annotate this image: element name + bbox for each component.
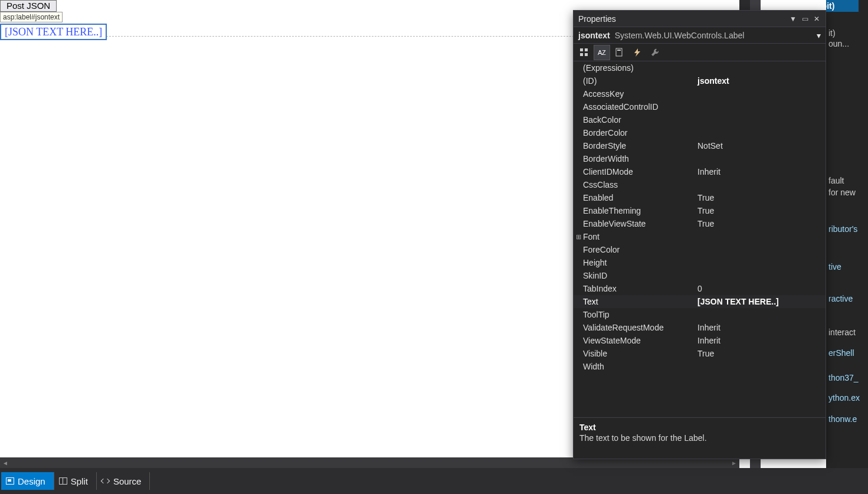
scroll-left-icon[interactable]: ◄ [0, 457, 11, 468]
background-text-fragment: oun... [828, 39, 849, 48]
property-row[interactable]: ToolTip [574, 308, 826, 321]
property-name: Enabled [583, 193, 694, 202]
property-row[interactable]: BorderWidth [574, 152, 826, 165]
property-row[interactable]: Width [574, 360, 826, 373]
property-row[interactable]: EnableViewStateTrue [574, 217, 826, 230]
property-row[interactable]: AssociatedControlID [574, 100, 826, 113]
background-text-fragment: for new [828, 188, 856, 197]
categorized-icon[interactable] [576, 45, 592, 60]
tab-split[interactable]: Split [54, 472, 97, 490]
property-name: TabIndex [583, 284, 694, 293]
tab-source[interactable]: Source [97, 472, 150, 490]
property-name: BackColor [583, 115, 694, 125]
wrench-icon[interactable] [647, 45, 663, 60]
property-row[interactable]: Height [574, 256, 826, 269]
property-row[interactable]: SkinID [574, 269, 826, 282]
tab-design[interactable]: Design [1, 472, 54, 490]
property-name: Text [583, 297, 694, 306]
property-row[interactable]: TabIndex0 [574, 282, 826, 295]
property-value[interactable]: True [694, 219, 826, 228]
properties-description: Text The text to be shown for the Label. [574, 417, 826, 459]
properties-title-text: Properties [578, 14, 616, 24]
property-name: AccessKey [583, 89, 694, 99]
property-row[interactable]: AccessKey [574, 87, 826, 100]
property-value[interactable]: True [694, 193, 826, 202]
property-row[interactable]: Text[JSON TEXT HERE..] [574, 295, 826, 308]
property-row[interactable]: BorderColor [574, 126, 826, 139]
maximize-icon[interactable]: ▭ [800, 14, 810, 24]
property-row[interactable]: BackColor [574, 113, 826, 126]
property-name: EnableTheming [583, 206, 694, 215]
property-row[interactable]: CssClass [574, 178, 826, 191]
property-name: Font [583, 232, 694, 241]
property-name: BorderColor [583, 128, 694, 138]
design-icon [6, 477, 14, 485]
property-row[interactable]: ClientIDModeInherit [574, 165, 826, 178]
background-text-fragment: thon37_ [828, 373, 859, 382]
chevron-down-icon[interactable]: ▾ [817, 31, 821, 40]
description-text: The text to be shown for the Label. [579, 433, 820, 443]
jsontext-label[interactable]: [JSON TEXT HERE..] [0, 24, 107, 40]
events-icon[interactable] [629, 45, 646, 60]
property-name: ToolTip [583, 310, 694, 319]
property-name: CssClass [583, 180, 694, 189]
property-name: Visible [583, 349, 694, 358]
property-name: (Expressions) [583, 63, 694, 73]
alphabetical-icon[interactable]: AZ [594, 45, 610, 60]
property-row[interactable]: ValidateRequestModeInherit [574, 321, 826, 334]
description-property-name: Text [579, 423, 820, 432]
properties-object-selector[interactable]: jsontext System.Web.UI.WebControls.Label… [574, 27, 826, 44]
background-text-fragment: ython.ex [828, 393, 860, 403]
background-text-fragment: thonw.e [828, 414, 857, 424]
property-value[interactable]: True [694, 349, 826, 358]
property-value[interactable]: [JSON TEXT HERE..] [694, 297, 826, 306]
property-value[interactable]: 0 [694, 284, 826, 293]
property-row[interactable]: BorderStyleNotSet [574, 139, 826, 152]
background-text-fragment: ributor's [828, 224, 857, 234]
property-name: SkinID [583, 271, 694, 280]
property-row[interactable]: ViewStateModeInherit [574, 334, 826, 347]
svg-rect-1 [580, 53, 583, 56]
properties-grid[interactable]: (Expressions)(ID)jsontextAccessKeyAssoci… [574, 61, 826, 417]
svg-text:Z: Z [602, 49, 606, 56]
background-text-fragment: interact [828, 328, 856, 337]
properties-toolbar: AZ [574, 44, 826, 61]
property-value[interactable]: Inherit [694, 336, 826, 345]
property-row[interactable]: ForeColor [574, 243, 826, 256]
properties-titlebar[interactable]: Properties ▼ ▭ ✕ [574, 11, 826, 27]
window-options-icon[interactable]: ▼ [788, 14, 798, 24]
property-name: ViewStateMode [583, 336, 694, 345]
property-pages-icon[interactable] [611, 45, 628, 60]
view-tabs: Design Split Source [0, 468, 868, 494]
background-text-fragment: ractive [828, 294, 853, 303]
property-value[interactable]: NotSet [694, 141, 826, 151]
property-row[interactable]: ⊞Font [574, 230, 826, 243]
tab-split-label: Split [71, 476, 88, 486]
python-env-badge[interactable]: Python 3.7 (64-bit) [826, 0, 859, 12]
property-row[interactable]: (Expressions) [574, 61, 826, 74]
svg-rect-0 [580, 48, 583, 51]
svg-rect-2 [585, 48, 588, 51]
background-text-fragment: fault [828, 176, 844, 185]
property-name: (ID) [583, 76, 694, 86]
selected-control-name: jsontext [578, 31, 610, 40]
selected-control-type: System.Web.UI.WebControls.Label [615, 31, 745, 40]
property-row[interactable]: EnabledTrue [574, 191, 826, 204]
property-value[interactable]: Inherit [694, 323, 826, 332]
property-name: BorderWidth [583, 154, 694, 163]
property-name: AssociatedControlID [583, 102, 694, 112]
property-value[interactable]: jsontext [694, 76, 826, 86]
control-tag-chip[interactable]: asp:label#jsontext [0, 12, 63, 22]
property-name: ClientIDMode [583, 167, 694, 176]
property-name: EnableViewState [583, 219, 694, 228]
property-row[interactable]: VisibleTrue [574, 347, 826, 360]
property-row[interactable]: (ID)jsontext [574, 74, 826, 87]
expand-icon[interactable]: ⊞ [574, 233, 583, 241]
property-name: ValidateRequestMode [583, 323, 694, 332]
close-icon[interactable]: ✕ [811, 14, 822, 24]
property-row[interactable]: EnableThemingTrue [574, 204, 826, 217]
property-value[interactable]: True [694, 206, 826, 215]
post-json-button[interactable]: Post JSON [0, 0, 57, 12]
properties-panel: Properties ▼ ▭ ✕ jsontext System.Web.UI.… [573, 10, 826, 459]
property-value[interactable]: Inherit [694, 167, 826, 176]
